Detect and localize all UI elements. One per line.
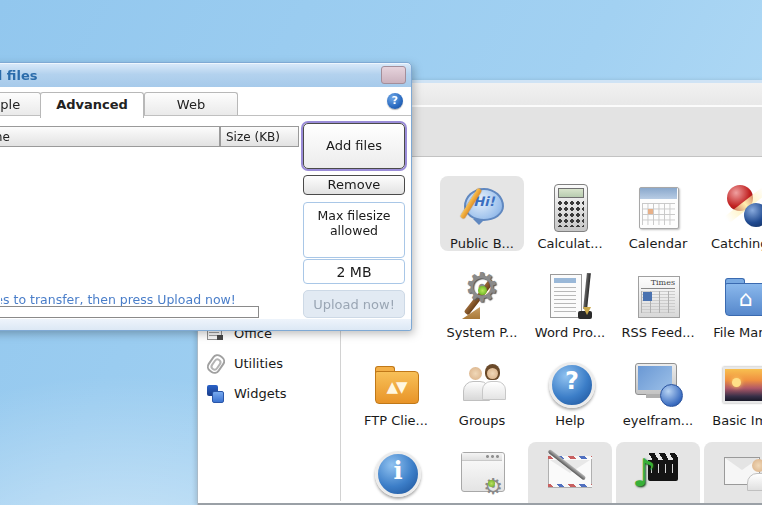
envelope-person-shape: [747, 473, 762, 491]
app-label: Public B...: [440, 236, 524, 251]
folder-home-icon: ⌂: [720, 270, 762, 322]
calendar-shape: [640, 188, 677, 199]
newspaper-icon: Times: [632, 270, 684, 322]
gear-broom-icon: ⚙: [456, 270, 508, 322]
app-label: Calendar: [616, 236, 700, 251]
app-icon-ftp-clie[interactable]: ▲▼FTP Clie...: [354, 353, 438, 428]
calculator-shape: [558, 188, 584, 198]
upload-dialog-titlebar[interactable]: Upload files: [0, 62, 412, 89]
close-button[interactable]: [381, 66, 406, 84]
info-orb-icon: i: [370, 447, 422, 499]
widgets-icon: [206, 384, 224, 402]
photo-shape: [732, 378, 741, 387]
speech-bubble-shape: [473, 219, 485, 231]
sidebar-item-widgets[interactable]: Widgets: [206, 383, 331, 403]
calendar-shape: [648, 209, 653, 214]
note-clapper-glyph: ♪: [632, 451, 656, 495]
max-filesize-value-box: 2 MB: [303, 259, 405, 284]
envelope-pen-shape: [548, 484, 592, 487]
tab-simple[interactable]: Simple: [0, 92, 41, 116]
upload-now-button[interactable]: Upload now!: [303, 290, 405, 318]
desktop: { "colors": { "desktop_blue": "#9acdf0",…: [0, 0, 762, 505]
people-shape: [469, 367, 482, 380]
app-icon-calendar[interactable]: Calendar: [616, 176, 700, 251]
tab-advanced[interactable]: Advanced: [40, 92, 144, 118]
upload-progress-bar: [0, 306, 259, 318]
app-icon-mail-cli[interactable]: Mail Cli...: [528, 442, 612, 505]
app-icon-interna[interactable]: Interna...: [704, 442, 762, 505]
monitor-globe-icon: [632, 358, 684, 410]
app-label: Groups: [440, 413, 524, 428]
widgets-icon-shape: [212, 391, 224, 403]
app-icon-help[interactable]: ?Help: [528, 353, 612, 428]
calendar-shape: [642, 203, 675, 225]
envelope-person-icon: [720, 447, 762, 499]
app-icon-groups[interactable]: Groups: [440, 353, 524, 428]
app-icon-eyeifram[interactable]: eyeIfram...: [616, 353, 700, 428]
document-pen-shape: [583, 273, 591, 309]
people-icon: [456, 358, 508, 410]
photo-shape: [723, 367, 762, 403]
sidebar-item-label: Utilities: [234, 356, 283, 371]
sidebar-item-utilities[interactable]: Utilities: [206, 353, 331, 373]
app-icon-rss-feed[interactable]: TimesRSS Feed...: [616, 265, 700, 340]
folder-arrows-glyph: ▲▼: [375, 378, 417, 396]
column-header-filename[interactable]: File name: [0, 126, 220, 147]
info-orb-glyph: i: [375, 456, 421, 485]
app-icon-word-pro[interactable]: Word Pro...: [528, 265, 612, 340]
max-filesize-label-box: Max filesize allowed: [303, 202, 405, 258]
calendar-icon: [632, 181, 684, 233]
remove-button[interactable]: Remove: [303, 175, 405, 195]
newspaper-shape: [643, 292, 652, 301]
app-label: System P...: [440, 325, 524, 340]
app-label: FTP Clie...: [354, 413, 438, 428]
newspaper-shape: [641, 288, 675, 289]
app-icon-calculat[interactable]: Calculat...: [528, 176, 612, 251]
add-files-button[interactable]: Add files: [303, 123, 405, 169]
speech-bubble-icon: Hi!: [456, 181, 508, 233]
app-label: Catching...: [704, 236, 762, 251]
paperclip-icon: [206, 354, 224, 372]
help-orb-icon: ?: [544, 358, 596, 410]
help-orb-glyph: ?: [549, 367, 595, 395]
document-pen-shape: [554, 287, 576, 313]
folder-arrows-icon: ▲▼: [370, 358, 422, 410]
app-icon-public-b[interactable]: Hi!Public B...: [440, 176, 524, 251]
window-gear-icon: ⚙: [456, 447, 508, 499]
app-label: File Man...: [704, 325, 762, 340]
window-title: Upload files: [0, 63, 411, 88]
column-header-size[interactable]: Size (KB): [220, 126, 299, 147]
app-icon-file-man[interactable]: ⌂File Man...: [704, 265, 762, 340]
spheres-shape: [744, 203, 762, 227]
app-icon-system-p[interactable]: ⚙System P...: [440, 265, 524, 340]
monitor-globe-shape: [660, 384, 683, 407]
document-icon-shape: [217, 335, 223, 340]
upload-dialog: Upload files Simple Advanced Web ? File …: [0, 62, 412, 331]
calculator-shape: [558, 201, 584, 227]
app-label: RSS Feed...: [616, 325, 700, 340]
upload-dialog-body: Simple Advanced Web ? File name Size (KB…: [0, 87, 412, 331]
app-icon-about-on[interactable]: iAbout On...: [354, 442, 438, 505]
calculator-icon: [544, 181, 596, 233]
people-shape: [482, 381, 506, 400]
people-shape: [487, 368, 498, 379]
app-icon-catching[interactable]: Catching...: [704, 176, 762, 251]
app-label: Calculat...: [528, 236, 612, 251]
window-gear-shape: [488, 480, 495, 487]
gear-broom-shape: [478, 286, 487, 295]
envelope-person-shape: [752, 459, 762, 472]
envelope-pen-icon: [544, 447, 596, 499]
spheres-icon: [720, 181, 762, 233]
app-icon-media-pl[interactable]: ♪Media Pl...: [616, 442, 700, 505]
app-icon-launch-a[interactable]: ⚙Launch A...: [440, 442, 524, 505]
note-clapper-icon: ♪: [632, 447, 684, 499]
app-label: Word Pro...: [528, 325, 612, 340]
app-label: Help: [528, 413, 612, 428]
window-gear-shape: [485, 453, 500, 460]
help-icon[interactable]: ?: [387, 93, 403, 109]
sidebar-item-label: Widgets: [234, 386, 287, 401]
app-icon-basic-im[interactable]: Basic Im...: [704, 353, 762, 428]
newspaper-glyph: Times: [651, 278, 675, 287]
tab-web[interactable]: Web: [144, 92, 238, 116]
app-label: Basic Im...: [704, 413, 762, 428]
